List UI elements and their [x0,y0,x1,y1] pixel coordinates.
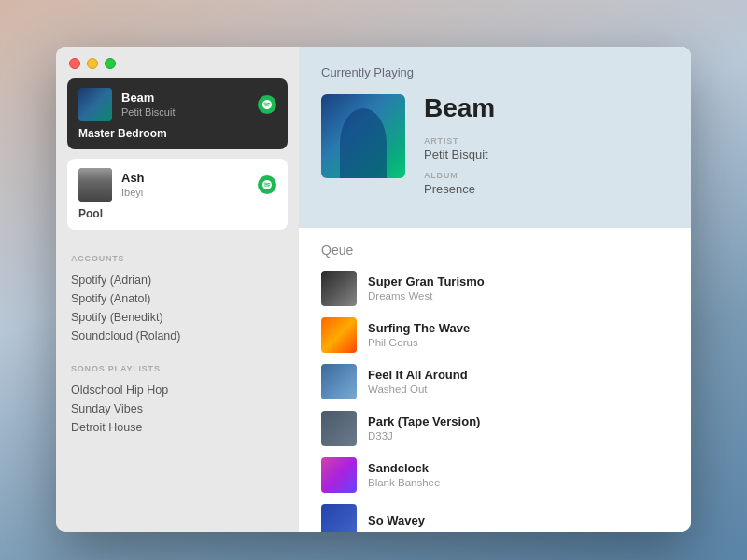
queue-info-turismo: Super Gran Turismo Dreams West [368,274,669,301]
queue-info-park: Park (Tape Version) D33J [368,414,669,441]
queue-artist-park: D33J [368,430,669,441]
queue-song-park: Park (Tape Version) [368,414,669,430]
now-playing-content: Beam ARTIST Petit Bisquit ALBUM Presence [321,94,669,205]
album-value: Presence [424,182,669,196]
artist-row: ARTIST Petit Bisquit [424,136,669,161]
playlists-section: SONOS PLAYLISTS Oldschool Hip Hop Sunday… [56,351,299,442]
album-art-silhouette [340,108,387,178]
album-row: ALBUM Presence [424,171,669,196]
device-card-ash[interactable]: Ash Ibeyi Pool [67,159,288,230]
sidebar-item-anatol[interactable]: Spotify (Anatol) [71,289,284,308]
queue-art-sand [321,457,357,493]
queue-song-wave: Surfing The Wave [368,321,669,337]
queue-artist-turismo: Dreams West [368,290,669,301]
device-cards: Beam Petit Biscuit Master Bedroom [56,78,299,241]
card-info-beam: Beam Petit Biscuit [121,91,248,119]
queue-artist-sand: Blank Banshee [368,477,669,488]
queue-item-sand[interactable]: Sandclock Blank Banshee [321,457,669,493]
sidebar-item-sunday[interactable]: Sunday Vibes [71,399,284,418]
queue-song-so: So Wavey [368,513,669,529]
queue-artist-wave: Phil Gerus [368,337,669,348]
sidebar-item-hiphop[interactable]: Oldschool Hip Hop [71,381,284,399]
now-playing-art [321,94,405,178]
artist-value: Petit Bisquit [424,147,669,161]
spotify-icon-beam [258,95,276,114]
queue-item-wave[interactable]: Surfing The Wave Phil Gerus [321,317,669,353]
queue-art-park [321,411,357,446]
sidebar-item-adrian[interactable]: Spotify (Adrian) [71,271,284,289]
now-playing-art-inner [321,94,405,178]
queue-label: Qeue [321,243,669,258]
now-playing-title: Beam [424,94,669,123]
spotify-icon-ash [258,175,276,194]
queue-song-feel: Feel It All Around [368,368,669,384]
queue-section: Qeue Super Gran Turismo Dreams West Surf… [299,228,691,532]
queue-art-wave [321,317,357,353]
close-button[interactable] [69,58,80,69]
card-device-ash: Pool [78,207,276,220]
queue-item-feel[interactable]: Feel It All Around Washed Out [321,364,669,399]
sidebar: Beam Petit Biscuit Master Bedroom [56,47,299,532]
queue-artist-feel: Washed Out [368,384,669,395]
queue-song-turismo: Super Gran Turismo [368,274,669,290]
app-window: Beam Petit Biscuit Master Bedroom [56,47,691,532]
queue-art-so [321,504,357,532]
main-panel: Currently Playing Beam ARTIST Petit Bisq… [299,47,691,532]
queue-info-so: So Wavey [368,513,669,529]
artist-label: ARTIST [424,136,669,146]
minimize-button[interactable] [87,58,98,69]
card-song-beam: Beam [121,91,248,105]
card-device-beam: Master Bedroom [78,127,276,140]
titlebar [56,47,299,78]
queue-song-sand: Sandclock [368,461,669,477]
sidebar-item-detroit[interactable]: Detroit House [71,418,284,437]
album-art-ash [78,168,112,202]
card-artist-beam: Petit Biscuit [121,105,248,119]
album-art-beam [78,88,112,121]
queue-item-park[interactable]: Park (Tape Version) D33J [321,411,669,446]
device-card-beam[interactable]: Beam Petit Biscuit Master Bedroom [67,78,288,149]
sidebar-item-benedikt[interactable]: Spotify (Benedikt) [71,308,284,327]
queue-art-feel [321,364,357,399]
card-song-ash: Ash [121,171,248,186]
maximize-button[interactable] [105,58,116,69]
sidebar-item-roland[interactable]: Soundcloud (Roland) [71,327,284,345]
album-label: ALBUM [424,171,669,180]
card-artist-ash: Ibeyi [121,186,248,199]
card-info-ash: Ash Ibeyi [121,171,248,199]
queue-item-so[interactable]: So Wavey [321,504,669,532]
now-playing-section: Currently Playing Beam ARTIST Petit Bisq… [299,47,691,228]
accounts-section: ACCOUNTS Spotify (Adrian) Spotify (Anato… [56,241,299,351]
playlists-label: SONOS PLAYLISTS [71,364,284,373]
accounts-label: ACCOUNTS [71,254,284,263]
queue-info-sand: Sandclock Blank Banshee [368,461,669,488]
queue-info-wave: Surfing The Wave Phil Gerus [368,321,669,348]
queue-art-turismo [321,271,357,306]
queue-info-feel: Feel It All Around Washed Out [368,368,669,395]
now-playing-meta: Beam ARTIST Petit Bisquit ALBUM Presence [424,94,669,205]
now-playing-label: Currently Playing [321,65,669,79]
queue-item-turismo[interactable]: Super Gran Turismo Dreams West [321,271,669,306]
